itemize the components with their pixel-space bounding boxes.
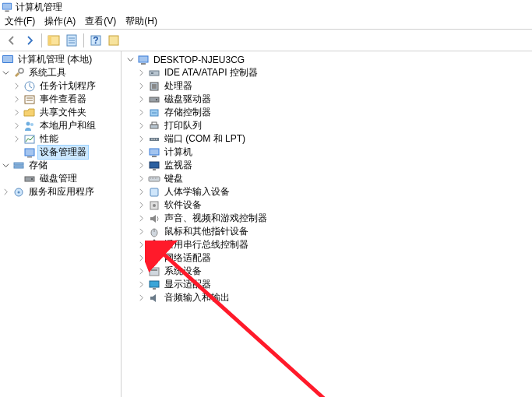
expander-empty — [12, 148, 21, 156]
device-category-display[interactable]: 显示适配器 — [122, 278, 532, 291]
disk-icon — [23, 173, 36, 185]
network-icon — [148, 252, 160, 265]
svg-rect-40 — [152, 122, 157, 125]
chevron-right-icon[interactable] — [137, 69, 146, 77]
chevron-right-icon[interactable] — [137, 227, 146, 236]
right-device-tree-pane: DESKTOP-NJEU3CG IDE ATA/ATAPI 控制器处理器磁盘驱动… — [122, 51, 532, 397]
device-category-ide[interactable]: IDE ATA/ATAPI 控制器 — [122, 66, 532, 79]
tree-services-apps[interactable]: 服务和应用程序 — [0, 185, 121, 198]
toolbar: ? — [0, 30, 532, 51]
tree-shared-folders[interactable]: 共享文件夹 — [0, 106, 121, 119]
device-category-port[interactable]: 端口 (COM 和 LPT) — [122, 132, 532, 146]
tree-local-users[interactable]: 本地用户和组 — [0, 119, 121, 132]
tree-label: 系统设备 — [163, 265, 203, 278]
svg-rect-4 — [48, 36, 51, 45]
chevron-right-icon[interactable] — [137, 135, 146, 143]
chevron-right-icon[interactable] — [137, 148, 146, 156]
chevron-right-icon[interactable] — [137, 293, 146, 302]
help-button[interactable]: ? — [87, 32, 104, 49]
device-category-disk[interactable]: 磁盘驱动器 — [122, 93, 532, 106]
svg-rect-49 — [149, 177, 160, 181]
left-tree-pane: 计算机管理 (本地) 系统工具 任务计划程序 事件查看器 共享文件夹 — [0, 51, 122, 397]
device-category-softdev[interactable]: 软件设备 — [122, 198, 532, 212]
svg-point-42 — [151, 139, 153, 140]
chevron-right-icon[interactable] — [137, 188, 146, 196]
chevron-right-icon[interactable] — [12, 82, 21, 90]
chevron-right-icon[interactable] — [137, 161, 146, 170]
device-root-computer[interactable]: DESKTOP-NJEU3CG — [122, 53, 532, 66]
device-category-network[interactable]: 网络适配器 — [122, 251, 532, 265]
tree-label: 显示适配器 — [163, 278, 213, 291]
svg-point-14 — [19, 69, 23, 73]
chevron-right-icon[interactable] — [137, 121, 146, 130]
chevron-down-icon[interactable] — [2, 69, 10, 77]
chevron-right-icon[interactable] — [137, 214, 146, 223]
system-icon — [148, 265, 160, 278]
svg-point-37 — [156, 99, 157, 100]
chevron-right-icon[interactable] — [137, 95, 146, 104]
svg-rect-2 — [5, 10, 9, 12]
properties-button[interactable] — [63, 32, 80, 49]
device-category-keyboard[interactable]: 键盘 — [122, 172, 532, 185]
device-category-printer[interactable]: 打印队列 — [122, 119, 532, 132]
device-category-audio[interactable]: 声音、视频和游戏控制器 — [122, 212, 532, 225]
chevron-right-icon[interactable] — [12, 121, 21, 130]
forward-button[interactable] — [21, 32, 38, 49]
svg-text:?: ? — [93, 35, 98, 46]
device-category-system[interactable]: 系统设备 — [122, 265, 532, 278]
device-category-storagectl[interactable]: 存储控制器 — [122, 106, 532, 119]
svg-rect-25 — [14, 166, 23, 168]
menu-view[interactable]: 查看(V) — [82, 13, 122, 30]
chevron-right-icon[interactable] — [137, 267, 146, 276]
svg-point-59 — [156, 258, 157, 259]
tree-system-tools[interactable]: 系统工具 — [0, 66, 121, 79]
device-category-audioio[interactable]: 音频输入和输出 — [122, 291, 532, 304]
tree-label: 计算机管理 (本地) — [16, 53, 93, 66]
menu-file[interactable]: 文件(F) — [2, 13, 41, 30]
chevron-right-icon[interactable] — [12, 108, 21, 117]
chevron-right-icon[interactable] — [137, 82, 146, 90]
device-category-hid[interactable]: 人体学输入设备 — [122, 185, 532, 198]
storage-icon — [12, 160, 25, 172]
device-category-computer[interactable]: 计算机 — [122, 146, 532, 159]
tree-label: 通用串行总线控制器 — [163, 238, 250, 251]
tree-storage[interactable]: 存储 — [0, 159, 121, 172]
audio-icon — [148, 213, 160, 225]
chevron-right-icon[interactable] — [12, 135, 21, 143]
performance-icon — [23, 133, 36, 146]
tree-task-scheduler[interactable]: 任务计划程序 — [0, 79, 121, 93]
chevron-down-icon[interactable] — [126, 55, 135, 64]
chevron-right-icon[interactable] — [137, 201, 146, 209]
chevron-right-icon[interactable] — [137, 254, 146, 262]
cpu-icon — [148, 80, 160, 93]
tree-label: 磁盘管理 — [38, 172, 79, 185]
device-category-mouse[interactable]: 鼠标和其他指针设备 — [122, 225, 532, 238]
softdev-icon — [148, 199, 160, 212]
tree-label: 端口 (COM 和 LPT) — [163, 132, 247, 146]
refresh-button[interactable] — [105, 32, 122, 49]
tree-label: DESKTOP-NJEU3CG — [152, 54, 246, 65]
chevron-right-icon[interactable] — [137, 241, 146, 249]
back-button[interactable] — [3, 32, 20, 49]
computer-icon — [137, 54, 150, 66]
tree-root-computer-management[interactable]: 计算机管理 (本地) — [0, 53, 121, 66]
chevron-right-icon[interactable] — [137, 280, 146, 289]
tree-label: 声音、视频和游戏控制器 — [163, 212, 269, 225]
tree-device-manager[interactable]: 设备管理器 — [0, 146, 121, 159]
chevron-right-icon[interactable] — [12, 95, 21, 104]
tree-label: 事件查看器 — [38, 93, 88, 106]
device-category-usb[interactable]: 通用串行总线控制器 — [122, 238, 532, 251]
chevron-down-icon[interactable] — [2, 161, 10, 170]
chevron-right-icon[interactable] — [137, 108, 146, 117]
tree-event-viewer[interactable]: 事件查看器 — [0, 93, 121, 106]
tree-performance[interactable]: 性能 — [0, 132, 121, 146]
device-category-cpu[interactable]: 处理器 — [122, 79, 532, 93]
menu-action[interactable]: 操作(A) — [41, 13, 82, 30]
svg-point-56 — [153, 239, 156, 241]
chevron-right-icon[interactable] — [2, 188, 10, 196]
tree-disk-management[interactable]: 磁盘管理 — [0, 172, 121, 185]
chevron-right-icon[interactable] — [137, 174, 146, 183]
show-hide-tree-button[interactable] — [45, 32, 62, 49]
device-category-monitor[interactable]: 监视器 — [122, 159, 532, 172]
menu-help[interactable]: 帮助(H) — [122, 13, 164, 30]
